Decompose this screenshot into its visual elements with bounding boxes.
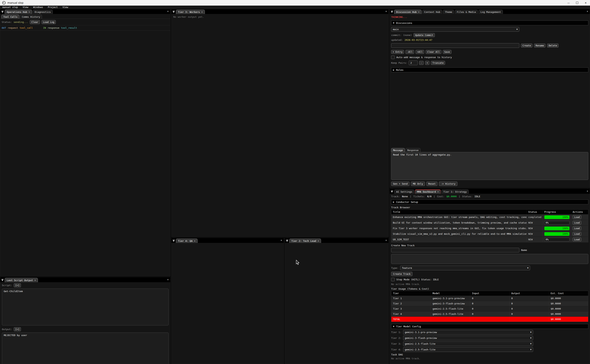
message-tab[interactable]: Message [391,148,405,152]
dock-menu-icon[interactable] [0,278,5,282]
tab-close-icon[interactable]: ✕ [418,11,420,13]
tab-ai-settings[interactable]: AI Settings [394,189,414,194]
update-commit-button[interactable]: Update Commit [414,33,435,37]
tab-close-icon[interactable]: ✕ [29,11,30,13]
tab-tier3-workers[interactable]: Tier 3: Workers ✕ [176,10,205,14]
panel-close-icon[interactable]: ✕ [281,239,282,242]
table-row[interactable]: Stabilize visual_sim_mma_v2.py and mock_… [391,231,588,237]
conductor-setup-header[interactable]: ▶ Conductor Setup [391,200,588,204]
panel-close-icon[interactable]: ✕ [167,10,169,13]
script-textarea[interactable]: Get-ChildItem [2,289,169,325]
panel-close-icon[interactable]: ✕ [587,190,588,192]
tab-files-media[interactable]: Files & Media [455,10,478,14]
tier2-model-select[interactable]: gemini-3-flash-preview ▼ [403,336,533,340]
expand-all-button[interactable]: +All [416,50,424,54]
dock-menu-icon[interactable] [390,189,394,194]
menu-view[interactable]: View [20,6,31,9]
track-description-textarea[interactable] [391,254,588,264]
panel-close-icon[interactable]: ✕ [385,239,387,242]
tab-tier2-techlead[interactable]: Tier 2: Tech Lead ✕ [289,239,321,243]
output-textarea[interactable]: REJECTED by user [2,332,169,364]
tier4-model-select[interactable]: gemini-2.5-flash-lite ▼ [403,347,533,352]
maximize-button[interactable] [573,0,581,6]
gen-send-button[interactable]: Gen + Send [391,182,409,186]
tab-tier1-strategy[interactable]: Tier 1: Strategy [441,189,469,194]
panel-close-icon[interactable]: ✕ [167,278,169,281]
subtab-comms-history[interactable]: Comms History [20,15,42,19]
add-entry-button[interactable]: + Entry [391,50,404,54]
table-row[interactable]: UX_SIM_TEST NEW 0% Load [391,237,588,242]
clear-button[interactable]: Clear [30,20,40,24]
decrement-button[interactable]: - [419,61,424,65]
dock-menu-icon[interactable] [285,238,289,243]
roles-section-header[interactable]: ▶ Roles [391,67,588,72]
panel-close-icon[interactable]: ✕ [385,10,387,13]
delete-button[interactable]: Delete [547,44,558,47]
tab-tier4-qa[interactable]: Tier 4: QA ✕ [176,239,198,243]
dock-menu-icon[interactable] [390,9,394,14]
tab-last-script-output[interactable]: Last Script Output ✕ [5,278,38,282]
load-button[interactable]: Load [573,221,581,225]
collapse-all-button[interactable]: -All [406,50,414,54]
clear-all-button[interactable]: Clear All [426,50,441,54]
tab-close-icon[interactable]: ✕ [437,190,439,193]
menu-manual-slop[interactable]: manual slop [0,6,20,9]
tab-close-icon[interactable]: ✕ [194,240,195,242]
menu-view-2[interactable]: View [60,6,71,9]
save-button[interactable]: Save [443,50,451,54]
load-button[interactable]: Load [573,232,581,236]
subtab-tool-calls[interactable]: Tool Calls [1,15,19,19]
dock-menu-icon[interactable] [171,9,176,14]
tab-context-hub[interactable]: Context Hub [422,10,442,14]
track-type-select[interactable]: feature ▼ [400,266,530,270]
message-textarea[interactable]: Read the first 10 lines of aggregate.py. [391,152,588,180]
rename-button[interactable]: Rename [534,44,545,47]
tier1-model-select[interactable]: gemini-3.1-pro-preview ▼ [403,330,533,335]
dock-menu-icon[interactable] [171,238,176,243]
load-button[interactable]: Load [573,226,581,230]
close-button[interactable]: ✕ [581,0,590,6]
step-mode-checkbox[interactable] [391,278,395,281]
tier3-model-select[interactable]: gemini-2.5-flash-lite ▼ [403,341,533,346]
script-expand-button[interactable]: [+] [14,283,21,287]
discussions-section-header[interactable]: ▼ Discussions [391,20,588,25]
truncate-button[interactable]: Truncate [431,61,445,65]
response-tab[interactable]: Response [406,148,420,152]
table-row[interactable]: Build UI for context window utilization,… [391,220,588,225]
tab-diagnostics[interactable]: Diagnostics [33,10,53,14]
tier-model-config-header[interactable]: ▼ Tier Model Config [391,324,588,329]
tab-discussion-hub[interactable]: Discussion Hub ✕ [394,10,422,14]
keep-pairs-input[interactable]: 2 [409,60,418,65]
menu-project[interactable]: Project [46,6,60,9]
load-button[interactable]: Load [573,215,581,219]
to-history-button[interactable]: -> History [439,182,457,186]
dock-menu-icon[interactable] [0,9,5,14]
tab-operations-hub[interactable]: Operations Hub ✕ [5,10,32,14]
md-only-button[interactable]: MD Only [411,182,425,186]
panel-close-icon[interactable]: ✕ [587,10,588,13]
tab-close-icon[interactable]: ✕ [201,11,203,13]
load-button[interactable]: Load [573,238,581,241]
tab-log-management[interactable]: Log Management [478,10,503,14]
workers-empty-text: No worker output yet. [171,14,389,20]
track-status: NEW [527,220,543,225]
minimize-button[interactable]: — [564,0,573,6]
create-track-button[interactable]: Create Track [391,272,412,276]
discussion-name-input[interactable] [391,43,519,48]
autoadd-checkbox[interactable] [391,56,395,59]
load-log-button[interactable]: Load Log [42,20,56,24]
tool-call-row[interactable]: OUT request tool_call IN response tool_r… [0,25,170,31]
create-button[interactable]: Create [521,44,532,47]
tab-theme[interactable]: Theme [443,10,454,14]
output-expand-button[interactable]: [+] [14,327,21,331]
tab-close-icon[interactable]: ✕ [34,279,36,281]
increment-button[interactable]: + [425,61,429,65]
track-name-input[interactable] [391,248,519,252]
tab-mma-dashboard[interactable]: MMA Dashboard ✕ [415,189,441,194]
reset-button[interactable]: Reset [426,182,437,186]
tab-close-icon[interactable]: ✕ [318,240,319,242]
menu-windows[interactable]: Windows [31,6,46,9]
table-row[interactable]: Fix Tier 3 worker responses not reaching… [391,225,588,231]
discussion-select[interactable]: main ▼ [391,27,519,32]
table-row[interactable]: Enhance existing MMA orchestration GUI: … [391,214,588,220]
